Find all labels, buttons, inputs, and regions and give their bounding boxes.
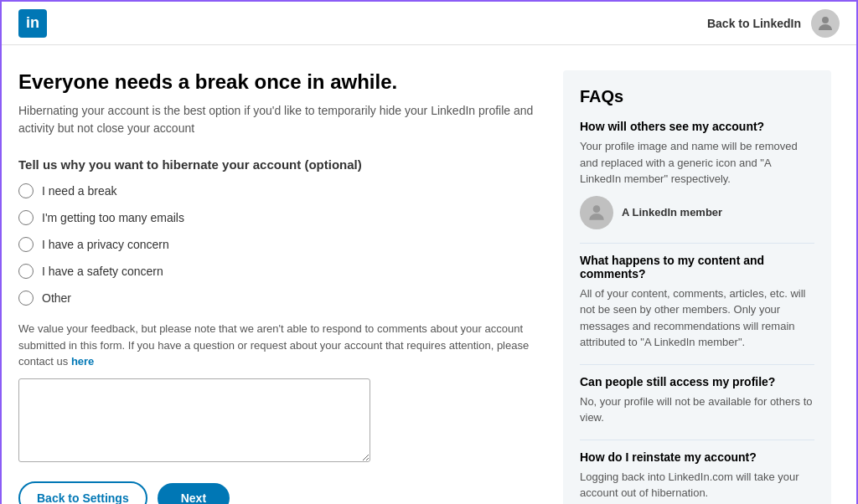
feedback-here-link[interactable]: here xyxy=(71,355,94,368)
header-right: Back to LinkedIn xyxy=(707,9,840,38)
faq-answer-4: Logging back into LinkedIn.com will take… xyxy=(580,469,814,501)
form-question: Tell us why you want to hibernate your a… xyxy=(18,157,538,172)
logo-text: in xyxy=(26,14,39,32)
page-title: Everyone needs a break once in awhile. xyxy=(18,70,538,94)
radio-item-other[interactable]: Other xyxy=(18,291,538,306)
radio-privacy-concern[interactable] xyxy=(18,237,34,252)
radio-item-privacy-concern[interactable]: I have a privacy concern xyxy=(18,237,538,252)
feedback-note: We value your feedback, but please note … xyxy=(18,321,538,370)
radio-item-safety-concern[interactable]: I have a safety concern xyxy=(18,264,538,279)
avatar-icon xyxy=(815,13,835,33)
faq-divider-1 xyxy=(580,243,814,244)
radio-item-too-many-emails[interactable]: I'm getting too many emails xyxy=(18,210,538,225)
faq-answer-3: No, your profile will not be available f… xyxy=(580,393,814,426)
svg-point-1 xyxy=(593,205,601,213)
faq-answer-1: Your profile image and name will be remo… xyxy=(580,138,814,188)
button-row: Back to Settings Next xyxy=(18,481,538,505)
user-avatar[interactable] xyxy=(811,9,840,38)
radio-label-need-break: I need a break xyxy=(42,184,117,198)
radio-label-other: Other xyxy=(42,291,71,305)
faq-title: FAQs xyxy=(580,87,814,106)
radio-label-privacy-concern: I have a privacy concern xyxy=(42,238,169,251)
radio-item-need-break[interactable]: I need a break xyxy=(18,183,538,198)
header: in Back to LinkedIn xyxy=(2,2,856,45)
faq-question-4: How do I reinstate my account? xyxy=(580,450,814,464)
faq-question-1: How will others see my account? xyxy=(580,120,814,133)
svg-point-0 xyxy=(822,17,829,23)
feedback-note-text: We value your feedback, but please note … xyxy=(18,322,529,368)
radio-label-too-many-emails: I'm getting too many emails xyxy=(42,211,184,224)
faq-answer-2: All of your content, comments, articles,… xyxy=(580,285,814,351)
member-avatar-icon xyxy=(580,196,613,229)
member-person-icon xyxy=(586,202,607,224)
faq-item-4: How do I reinstate my account? Logging b… xyxy=(580,450,814,501)
back-to-linkedin-link[interactable]: Back to LinkedIn xyxy=(707,17,801,30)
page-subtitle: Hibernating your account is the best opt… xyxy=(18,102,538,137)
radio-label-safety-concern: I have a safety concern xyxy=(42,265,163,278)
back-to-settings-button[interactable]: Back to Settings xyxy=(18,481,147,505)
linkedin-logo[interactable]: in xyxy=(18,9,47,38)
faq-question-3: Can people still access my profile? xyxy=(580,375,814,388)
radio-too-many-emails[interactable] xyxy=(18,210,34,225)
faq-item-1: How will others see my account? Your pro… xyxy=(580,120,814,229)
faq-question-2: What happens to my content and comments? xyxy=(580,254,814,280)
radio-need-break[interactable] xyxy=(18,183,34,198)
faq-item-3: Can people still access my profile? No, … xyxy=(580,375,814,426)
radio-other[interactable] xyxy=(18,291,34,306)
reason-radio-group: I need a break I'm getting too many emai… xyxy=(18,183,538,306)
faq-item-2: What happens to my content and comments?… xyxy=(580,254,814,351)
next-button[interactable]: Next xyxy=(158,483,230,505)
faq-panel: FAQs How will others see my account? You… xyxy=(563,70,831,504)
left-panel: Everyone needs a break once in awhile. H… xyxy=(18,70,538,504)
main-content: Everyone needs a break once in awhile. H… xyxy=(2,45,856,504)
faq-divider-3 xyxy=(580,440,814,440)
radio-safety-concern[interactable] xyxy=(18,264,34,279)
feedback-textarea[interactable] xyxy=(18,378,370,462)
linkedin-member-box: A LinkedIn member xyxy=(580,196,814,229)
member-name-label: A LinkedIn member xyxy=(622,206,722,219)
faq-divider-2 xyxy=(580,364,814,365)
